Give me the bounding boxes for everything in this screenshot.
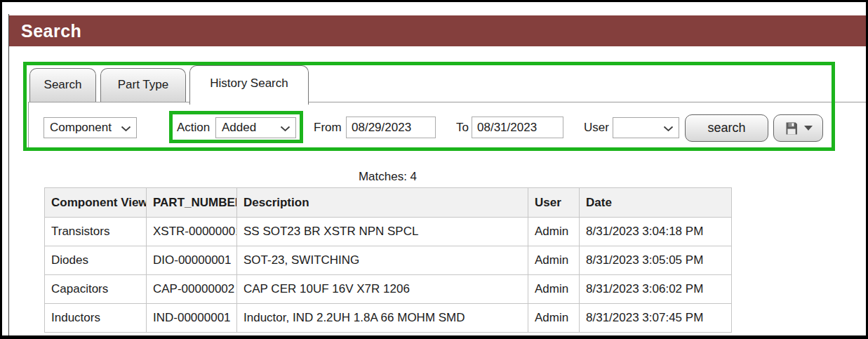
from-date-input[interactable]	[346, 117, 436, 138]
cell-description: Inductor, IND 2.2UH 1.8A 66 MOHM SMD	[237, 304, 528, 333]
history-results-table: Component View PART_NUMBER Description U…	[44, 187, 732, 333]
tab-search-label: Search	[30, 69, 95, 101]
action-select-value: Added	[222, 121, 256, 134]
cell-component-view: Inductors	[45, 304, 147, 333]
cell-description: SOT-23, SWITCHING	[237, 246, 528, 275]
cell-date: 8/31/2023 3:05:05 PM	[580, 246, 732, 275]
cell-component-view: Transistors	[45, 218, 147, 246]
cell-part-number: DIO-00000001	[147, 246, 237, 275]
column-header-component-view[interactable]: Component View	[45, 188, 147, 218]
column-header-date[interactable]: Date	[580, 188, 732, 218]
cell-part-number: XSTR-00000001	[147, 218, 237, 246]
search-type-select-value: Component	[50, 121, 112, 134]
table-row: Diodes DIO-00000001 SOT-23, SWITCHING Ad…	[45, 246, 732, 275]
cell-part-number: CAP-00000002	[147, 275, 237, 304]
floppy-disk-icon	[784, 121, 799, 135]
window-title-bar: Search	[9, 15, 866, 46]
cell-date: 8/31/2023 3:04:18 PM	[580, 218, 732, 246]
save-results-button[interactable]	[773, 114, 823, 142]
user-select[interactable]	[613, 117, 679, 138]
column-header-user[interactable]: User	[528, 188, 580, 218]
search-button[interactable]: search	[685, 114, 768, 142]
cell-user: Admin	[528, 304, 580, 333]
to-label: To	[456, 117, 469, 138]
tab-history-search-label: History Search	[190, 66, 308, 101]
search-button-label: search	[707, 121, 745, 135]
chevron-down-icon	[121, 126, 131, 132]
cell-description: SS SOT23 BR XSTR NPN SPCL	[237, 218, 528, 246]
tab-part-type[interactable]: Part Type	[100, 68, 186, 102]
action-label: Action	[177, 117, 210, 138]
matches-count: Matches: 4	[44, 170, 731, 184]
cell-user: Admin	[528, 218, 580, 246]
tab-panel-left-border	[28, 102, 29, 149]
search-type-select[interactable]: Component	[44, 117, 137, 138]
table-header-row: Component View PART_NUMBER Description U…	[45, 188, 732, 218]
dropdown-arrow-icon	[804, 126, 813, 131]
chevron-down-icon	[280, 126, 291, 132]
cell-date: 8/31/2023 3:06:02 PM	[580, 275, 732, 304]
tab-part-type-label: Part Type	[101, 69, 185, 101]
page-title: Search	[21, 15, 81, 46]
cell-user: Admin	[528, 246, 580, 275]
column-header-part-number[interactable]: PART_NUMBER	[147, 188, 237, 218]
cell-date: 8/31/2023 3:07:45 PM	[580, 304, 732, 333]
column-header-description[interactable]: Description	[237, 188, 528, 218]
user-label: User	[584, 117, 609, 138]
chevron-down-icon	[663, 126, 674, 132]
cell-component-view: Capacitors	[45, 275, 147, 304]
to-date-input[interactable]	[472, 117, 563, 138]
tab-history-search[interactable]: History Search	[189, 65, 309, 105]
from-label: From	[314, 117, 342, 138]
cell-description: CAP CER 10UF 16V X7R 1206	[237, 275, 528, 304]
cell-user: Admin	[528, 275, 580, 304]
table-row: Inductors IND-00000001 Inductor, IND 2.2…	[45, 304, 732, 333]
tab-strip-divider	[28, 102, 866, 102]
search-window: Search Search Part Type History Search C…	[0, 0, 868, 339]
tab-search[interactable]: Search	[29, 68, 96, 102]
table-row: Capacitors CAP-00000002 CAP CER 10UF 16V…	[45, 275, 732, 304]
cell-component-view: Diodes	[45, 246, 147, 275]
action-select[interactable]: Added	[215, 117, 296, 138]
window-left-border	[8, 14, 9, 337]
table-row: Transistors XSTR-00000001 SS SOT23 BR XS…	[45, 218, 732, 246]
cell-part-number: IND-00000001	[147, 304, 237, 333]
